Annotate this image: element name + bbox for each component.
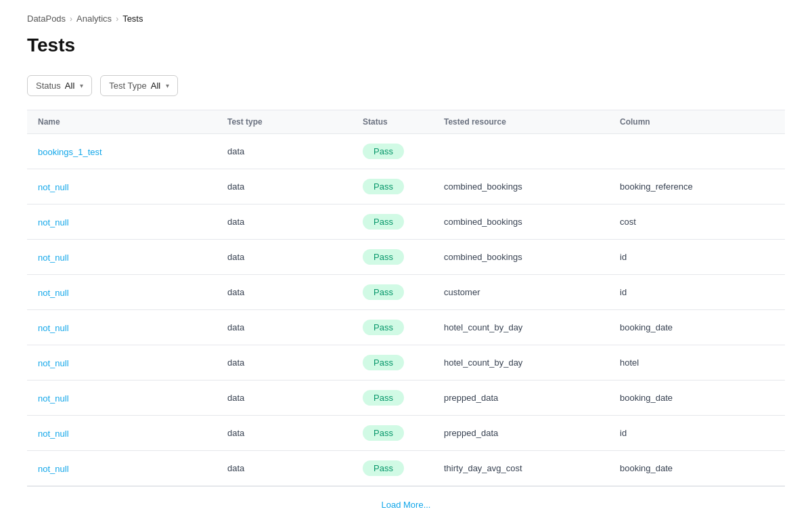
load-more-section: Load More... [27,486,785,520]
status-badge: Pass [363,390,404,406]
page-container: DataPods › Analytics › Tests Tests Statu… [0,0,812,520]
cell-column: id [620,428,774,438]
table-row: not_null data Pass combined_bookings boo… [27,169,785,204]
status-badge: Pass [363,320,404,335]
cell-test-type: data [227,393,363,403]
test-name-link[interactable]: not_null [38,253,69,263]
table-row: not_null data Pass hotel_count_by_day ho… [27,345,785,381]
cell-tested-resource: combined_bookings [444,252,620,262]
cell-name: not_null [38,287,227,298]
status-badge: Pass [363,249,404,265]
status-badge: Pass [363,214,404,230]
cell-column: hotel [620,358,774,368]
cell-status: Pass [363,144,444,159]
test-name-link[interactable]: bookings_1_test [38,147,102,157]
table-row: not_null data Pass combined_bookings id [27,240,785,275]
cell-column: cost [620,217,774,227]
test-type-filter-dropdown[interactable]: Test Type All ▾ [100,75,178,96]
cell-status: Pass [363,284,444,300]
cell-test-type: data [227,322,363,332]
status-badge: Pass [363,144,404,159]
status-badge: Pass [363,284,404,300]
cell-tested-resource: customer [444,287,620,297]
cell-name: not_null [38,322,227,333]
table-row: not_null data Pass combined_bookings cos… [27,204,785,240]
cell-tested-resource: combined_bookings [444,217,620,227]
cell-name: not_null [38,252,227,263]
breadcrumb-analytics[interactable]: Analytics [76,14,112,24]
col-header-test-type: Test type [227,117,363,127]
breadcrumb-tests: Tests [122,14,143,24]
test-name-link[interactable]: not_null [38,288,69,298]
cell-name: not_null [38,217,227,228]
cell-status: Pass [363,249,444,265]
test-name-link[interactable]: not_null [38,358,69,368]
cell-column: booking_date [620,322,774,332]
breadcrumb: DataPods › Analytics › Tests [27,14,785,24]
cell-status: Pass [363,320,444,335]
cell-column: id [620,287,774,297]
col-header-column: Column [620,117,774,127]
cell-tested-resource: hotel_count_by_day [444,358,620,368]
cell-status: Pass [363,179,444,194]
cell-test-type: data [227,358,363,368]
cell-test-type: data [227,428,363,438]
cell-test-type: data [227,287,363,297]
cell-name: not_null [38,358,227,368]
cell-status: Pass [363,214,444,230]
cell-status: Pass [363,390,444,406]
chevron-down-icon: ▾ [80,82,83,89]
cell-name: not_null [38,428,227,439]
cell-test-type: data [227,463,363,473]
cell-test-type: data [227,146,363,156]
breadcrumb-sep-2: › [116,14,118,24]
breadcrumb-datapods[interactable]: DataPods [27,14,66,24]
table-row: not_null data Pass hotel_count_by_day bo… [27,310,785,345]
cell-tested-resource: prepped_data [444,393,620,403]
col-header-status: Status [363,117,444,127]
status-filter-value: All [65,81,74,91]
filters-bar: Status All ▾ Test Type All ▾ [27,75,785,96]
table-row: not_null data Pass prepped_data booking_… [27,381,785,416]
breadcrumb-sep-1: › [70,14,72,24]
cell-status: Pass [363,460,444,476]
cell-test-type: data [227,181,363,192]
cell-column: booking_date [620,393,774,403]
cell-name: not_null [38,463,227,474]
cell-test-type: data [227,217,363,227]
table-header: Name Test type Status Tested resource Co… [27,110,785,134]
test-name-link[interactable]: not_null [38,429,69,439]
status-badge: Pass [363,355,404,370]
cell-tested-resource: combined_bookings [444,181,620,192]
status-badge: Pass [363,425,404,441]
cell-tested-resource: hotel_count_by_day [444,322,620,332]
cell-tested-resource: thirty_day_avg_cost [444,463,620,473]
load-more-button[interactable]: Load More... [382,500,431,510]
test-name-link[interactable]: not_null [38,393,69,404]
test-name-link[interactable]: not_null [38,464,69,474]
test-type-filter-value: All [151,81,160,91]
test-name-link[interactable]: not_null [38,323,69,333]
cell-name: not_null [38,393,227,404]
col-header-name: Name [38,117,227,127]
status-filter-label: Status [36,81,61,91]
page-title: Tests [27,35,785,56]
status-filter-dropdown[interactable]: Status All ▾ [27,75,92,96]
table-row: not_null data Pass customer id [27,275,785,310]
cell-column: booking_reference [620,181,774,192]
cell-status: Pass [363,355,444,370]
tests-table: Name Test type Status Tested resource Co… [27,110,785,520]
cell-test-type: data [227,252,363,262]
table-row: not_null data Pass thirty_day_avg_cost b… [27,451,785,486]
test-type-filter-label: Test Type [109,81,146,91]
col-header-tested-resource: Tested resource [444,117,620,127]
test-name-link[interactable]: not_null [38,217,69,228]
cell-tested-resource: prepped_data [444,428,620,438]
table-row: not_null data Pass prepped_data id [27,416,785,451]
status-badge: Pass [363,460,404,476]
test-name-link[interactable]: not_null [38,182,69,192]
status-badge: Pass [363,179,404,194]
cell-column: id [620,252,774,262]
cell-name: not_null [38,181,227,192]
cell-status: Pass [363,425,444,441]
